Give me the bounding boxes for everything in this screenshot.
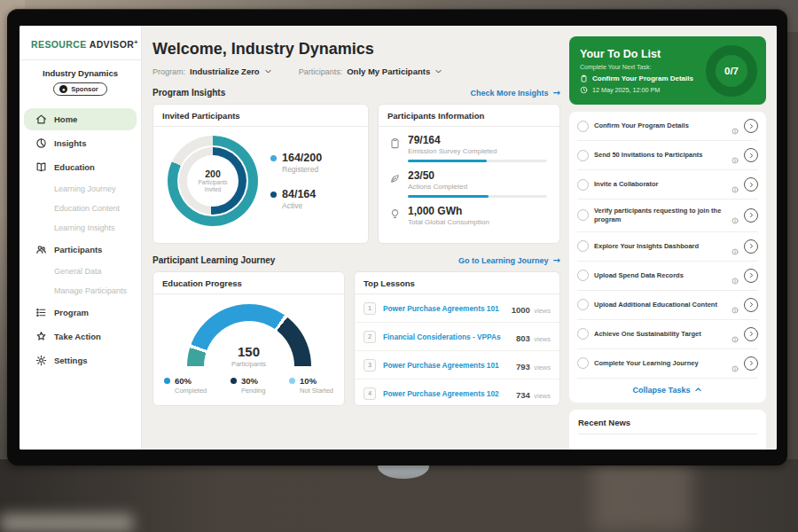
clipboard-icon — [389, 137, 401, 148]
stat-progress-fill — [408, 195, 489, 198]
sidebar-item-insights[interactable]: Insights — [24, 132, 137, 154]
todo-progress-count: 0/7 — [724, 66, 739, 76]
sidebar-item-general-data[interactable]: General Data — [24, 262, 137, 281]
sidebar-item-learning-journey[interactable]: Learning Journey — [24, 179, 137, 199]
info-icon — [732, 360, 739, 367]
task-checkbox[interactable] — [577, 121, 589, 132]
nav-label: Learning Insights — [54, 223, 115, 232]
info-icon — [732, 301, 739, 309]
participants-filter[interactable]: Participants: Only My Participants — [299, 66, 443, 76]
go-to-learning-journey-link[interactable]: Go to Learning Journey → — [458, 255, 560, 265]
arrow-right-icon: → — [553, 255, 560, 265]
task-checkbox[interactable] — [577, 179, 589, 191]
task-row[interactable]: Upload Spend Data Records — [577, 262, 758, 291]
check-more-insights-link[interactable]: Check More Insights → — [471, 88, 560, 98]
nav-label: Insights — [54, 138, 86, 148]
program-filter[interactable]: Program: Industrialize Zero — [153, 66, 272, 76]
task-checkbox[interactable] — [577, 357, 589, 369]
link-label: Check More Insights — [471, 89, 549, 98]
task-row[interactable]: Send 50 Invitations to Participants — [577, 141, 758, 170]
task-row[interactable]: Confirm Your Program Details — [577, 112, 758, 141]
nav-label: Manage Participants — [54, 286, 127, 295]
sponsor-badge: ● Sponsor — [53, 82, 106, 96]
invited-total: 200 — [205, 168, 221, 179]
collapse-tasks-link[interactable]: Collapse Tasks — [577, 379, 758, 403]
sidebar-item-take-action[interactable]: Take Action — [24, 325, 137, 348]
task-checkbox[interactable] — [577, 328, 589, 340]
task-checkbox[interactable] — [577, 240, 589, 252]
lesson-views: 793 — [516, 362, 530, 372]
task-checkbox[interactable] — [577, 150, 589, 161]
sidebar-item-program[interactable]: Program — [24, 301, 137, 324]
chevron-right-icon[interactable] — [744, 269, 758, 283]
chevron-right-icon[interactable] — [744, 148, 758, 162]
chevron-right-icon[interactable] — [744, 177, 758, 192]
chevron-right-icon[interactable] — [744, 239, 758, 254]
task-label: Complete Your Learning Journey — [594, 359, 726, 368]
completed-legend-item: 60% Completed — [164, 376, 207, 395]
nav-label: Settings — [54, 356, 87, 365]
main-content: Welcome, Industry Dynamics Program: Indu… — [142, 26, 777, 450]
list-icon — [35, 307, 47, 318]
logo-plus: + — [134, 39, 138, 45]
todo-panel: Your To Do List Complete Your Next Task:… — [569, 34, 766, 450]
education-card-title: Education Progress — [153, 272, 344, 294]
lesson-row: 1 Power Purchase Agreements 101 1000 vie… — [355, 294, 559, 323]
lesson-rank: 2 — [364, 331, 376, 343]
task-row[interactable]: Explore Your Insights Dashboard — [577, 232, 758, 262]
arrow-right-icon: → — [553, 88, 560, 98]
lesson-views: 734 — [516, 390, 530, 400]
page-title: Welcome, Industry Dynamics — [153, 40, 560, 59]
sidebar-item-manage-participants[interactable]: Manage Participants — [24, 281, 137, 301]
participants-information-card: Participants Information 79/164 Emission… — [378, 104, 560, 244]
registered-legend-item: 164/200 Registered — [270, 152, 322, 174]
invited-legend-dot — [270, 155, 277, 161]
task-checkbox[interactable] — [577, 270, 589, 281]
sidebar-item-education-content[interactable]: Education Content — [24, 199, 137, 218]
views-label: views — [534, 364, 551, 372]
chevron-right-icon[interactable] — [744, 327, 758, 341]
task-row[interactable]: Verify participants requesting to join t… — [577, 200, 758, 232]
task-checkbox[interactable] — [577, 299, 589, 310]
invited-donut-chart: 200 Participants Invited — [168, 136, 258, 226]
chevron-right-icon[interactable] — [744, 208, 758, 223]
task-row[interactable]: Upload Additional Educational Content — [577, 291, 758, 320]
gauge-total-label: Participants — [187, 360, 311, 368]
education-legend-dot — [164, 378, 170, 384]
sidebar-item-education[interactable]: Education — [24, 156, 137, 178]
background-corner-light — [0, 514, 133, 532]
chevron-right-icon[interactable] — [744, 298, 758, 312]
task-label: Invite a Collaborator — [594, 180, 726, 189]
lesson-link[interactable]: Power Purchase Agreements 102 — [383, 389, 499, 398]
nav-label: Learning Journey — [54, 184, 116, 193]
sidebar-nav: Home Insights Education Learning Journey… — [20, 107, 141, 372]
recent-news-title: Recent News — [578, 418, 757, 434]
lesson-link[interactable]: Power Purchase Agreements 101 — [383, 361, 499, 370]
lesson-row: 4 Power Purchase Agreements 102 734 view… — [355, 379, 559, 406]
task-checkbox[interactable] — [577, 209, 589, 221]
collapse-label: Collapse Tasks — [633, 386, 691, 395]
info-icon — [732, 243, 739, 250]
actions-completed-stat: 23/50 Actions Completed — [389, 169, 547, 198]
lesson-link[interactable]: Financial Considerations - VPPAs — [383, 332, 501, 341]
book-icon — [35, 161, 47, 173]
sidebar-item-participants[interactable]: Participants — [24, 239, 137, 261]
sidebar-item-learning-insights[interactable]: Learning Insights — [24, 218, 137, 238]
nav-label: Education Content — [54, 204, 120, 213]
task-row[interactable]: Achieve One Sustainability Target — [577, 320, 758, 349]
lesson-link[interactable]: Power Purchase Agreements 101 — [383, 304, 499, 313]
task-row[interactable]: Complete Your Learning Journey — [577, 349, 758, 379]
pending-label: Pending — [241, 387, 266, 395]
stat-label: Actions Completed — [408, 183, 547, 191]
pending-legend-item: 30% Pending — [231, 376, 266, 395]
lightbulb-icon — [389, 207, 401, 219]
sidebar-item-home[interactable]: Home — [24, 108, 137, 130]
chevron-right-icon[interactable] — [744, 119, 758, 133]
clock-icon — [580, 86, 588, 94]
active-label: Active — [282, 201, 322, 210]
sidebar-item-settings[interactable]: Settings — [24, 349, 137, 372]
task-row[interactable]: Invite a Collaborator — [577, 170, 758, 200]
top-lessons-card: Top Lessons 1 Power Purchase Agreements … — [354, 271, 560, 406]
chevron-right-icon[interactable] — [744, 356, 758, 371]
link-label: Go to Learning Journey — [458, 256, 549, 265]
